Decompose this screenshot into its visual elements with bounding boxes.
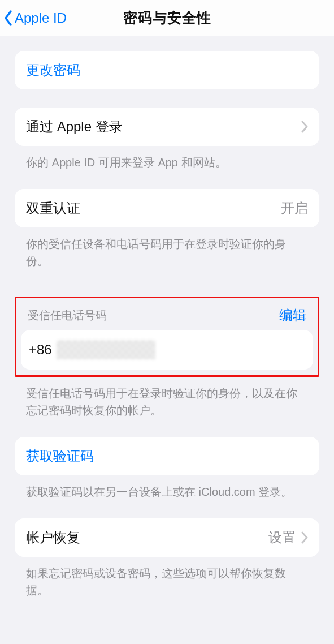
two-factor-footer: 你的受信任设备和电话号码用于在登录时验证你的身份。 bbox=[15, 227, 319, 269]
sign-in-with-apple-footer: 你的 Apple ID 可用来登录 App 和网站。 bbox=[15, 146, 319, 171]
account-recovery-label: 帐户恢复 bbox=[26, 529, 80, 547]
account-recovery-value: 设置 bbox=[268, 529, 296, 547]
back-button[interactable]: Apple ID bbox=[3, 10, 67, 27]
sign-in-with-apple-row[interactable]: 通过 Apple 登录 bbox=[15, 108, 319, 146]
get-verification-code-footer: 获取验证码以在另一台设备上或在 iCloud.com 登录。 bbox=[15, 475, 319, 500]
trusted-phone-footer: 受信任电话号码用于在登录时验证你的身份，以及在你忘记密码时恢复你的帐户。 bbox=[15, 377, 319, 419]
redacted-phone-icon bbox=[57, 340, 155, 359]
change-password-row[interactable]: 更改密码 bbox=[15, 51, 319, 89]
account-recovery-footer: 如果忘记密码或设备密码，这些选项可以帮你恢复数据。 bbox=[15, 557, 319, 599]
two-factor-value: 开启 bbox=[281, 199, 308, 217]
change-password-label: 更改密码 bbox=[26, 61, 80, 79]
trusted-phone-edit-button[interactable]: 编辑 bbox=[279, 306, 306, 324]
chevron-right-icon bbox=[301, 121, 308, 133]
trusted-phone-header: 受信任电话号码 编辑 bbox=[21, 302, 313, 330]
trusted-phone-number: +86 bbox=[29, 340, 155, 359]
two-factor-label: 双重认证 bbox=[26, 199, 80, 217]
account-recovery-row[interactable]: 帐户恢复 设置 bbox=[15, 518, 319, 557]
get-verification-code-label: 获取验证码 bbox=[26, 447, 94, 465]
chevron-right-icon bbox=[301, 531, 308, 544]
two-factor-row[interactable]: 双重认证 开启 bbox=[15, 189, 319, 227]
trusted-phone-row[interactable]: +86 bbox=[21, 330, 313, 370]
phone-prefix: +86 bbox=[29, 342, 52, 358]
chevron-left-icon bbox=[3, 10, 14, 27]
back-label: Apple ID bbox=[15, 10, 67, 26]
get-verification-code-row[interactable]: 获取验证码 bbox=[15, 437, 319, 475]
nav-bar: Apple ID 密码与安全性 bbox=[0, 0, 334, 36]
trusted-phone-header-title: 受信任电话号码 bbox=[28, 308, 107, 323]
trusted-phone-highlight: 受信任电话号码 编辑 +86 bbox=[15, 297, 319, 377]
sign-in-with-apple-label: 通过 Apple 登录 bbox=[26, 118, 123, 136]
